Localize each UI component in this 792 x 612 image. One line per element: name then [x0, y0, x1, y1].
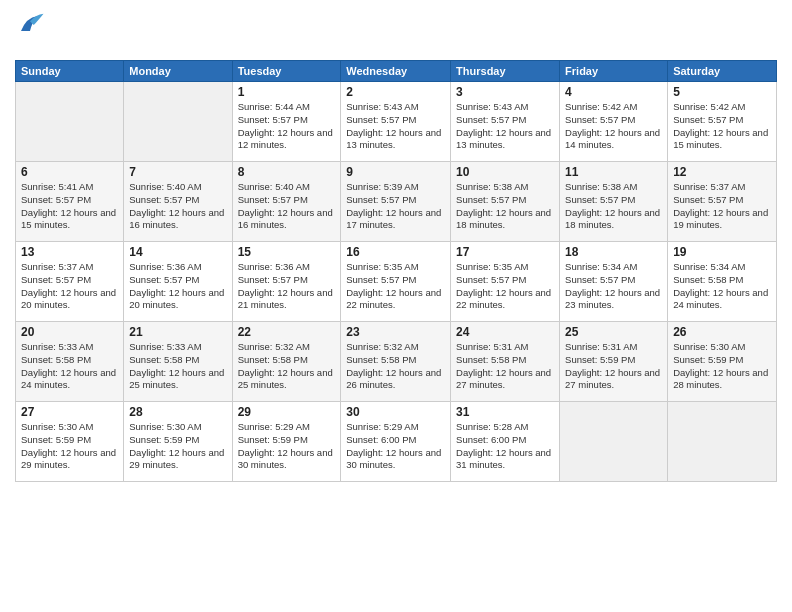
- day-cell: 16Sunrise: 5:35 AMSunset: 5:57 PMDayligh…: [341, 242, 451, 322]
- day-cell: 5Sunrise: 5:42 AMSunset: 5:57 PMDaylight…: [668, 82, 777, 162]
- day-info: Sunrise: 5:35 AMSunset: 5:57 PMDaylight:…: [456, 261, 554, 312]
- day-info: Sunrise: 5:32 AMSunset: 5:58 PMDaylight:…: [346, 341, 445, 392]
- day-cell: 29Sunrise: 5:29 AMSunset: 5:59 PMDayligh…: [232, 402, 341, 482]
- weekday-tuesday: Tuesday: [232, 61, 341, 82]
- day-number: 23: [346, 325, 445, 339]
- day-info: Sunrise: 5:36 AMSunset: 5:57 PMDaylight:…: [238, 261, 336, 312]
- day-number: 30: [346, 405, 445, 419]
- day-cell: 9Sunrise: 5:39 AMSunset: 5:57 PMDaylight…: [341, 162, 451, 242]
- page: SundayMondayTuesdayWednesdayThursdayFrid…: [0, 0, 792, 492]
- week-row-5: 27Sunrise: 5:30 AMSunset: 5:59 PMDayligh…: [16, 402, 777, 482]
- day-info: Sunrise: 5:38 AMSunset: 5:57 PMDaylight:…: [565, 181, 662, 232]
- day-info: Sunrise: 5:43 AMSunset: 5:57 PMDaylight:…: [456, 101, 554, 152]
- day-number: 3: [456, 85, 554, 99]
- day-number: 1: [238, 85, 336, 99]
- day-cell: 22Sunrise: 5:32 AMSunset: 5:58 PMDayligh…: [232, 322, 341, 402]
- day-number: 25: [565, 325, 662, 339]
- day-number: 7: [129, 165, 226, 179]
- weekday-monday: Monday: [124, 61, 232, 82]
- day-info: Sunrise: 5:37 AMSunset: 5:57 PMDaylight:…: [21, 261, 118, 312]
- day-info: Sunrise: 5:34 AMSunset: 5:57 PMDaylight:…: [565, 261, 662, 312]
- day-cell: 12Sunrise: 5:37 AMSunset: 5:57 PMDayligh…: [668, 162, 777, 242]
- day-cell: 11Sunrise: 5:38 AMSunset: 5:57 PMDayligh…: [560, 162, 668, 242]
- day-cell: 27Sunrise: 5:30 AMSunset: 5:59 PMDayligh…: [16, 402, 124, 482]
- day-info: Sunrise: 5:42 AMSunset: 5:57 PMDaylight:…: [673, 101, 771, 152]
- day-cell: 2Sunrise: 5:43 AMSunset: 5:57 PMDaylight…: [341, 82, 451, 162]
- day-number: 5: [673, 85, 771, 99]
- day-cell: 31Sunrise: 5:28 AMSunset: 6:00 PMDayligh…: [451, 402, 560, 482]
- day-cell: 4Sunrise: 5:42 AMSunset: 5:57 PMDaylight…: [560, 82, 668, 162]
- day-info: Sunrise: 5:39 AMSunset: 5:57 PMDaylight:…: [346, 181, 445, 232]
- day-info: Sunrise: 5:42 AMSunset: 5:57 PMDaylight:…: [565, 101, 662, 152]
- day-cell: 10Sunrise: 5:38 AMSunset: 5:57 PMDayligh…: [451, 162, 560, 242]
- day-cell: 14Sunrise: 5:36 AMSunset: 5:57 PMDayligh…: [124, 242, 232, 322]
- day-number: 27: [21, 405, 118, 419]
- day-cell: [668, 402, 777, 482]
- day-cell: 18Sunrise: 5:34 AMSunset: 5:57 PMDayligh…: [560, 242, 668, 322]
- day-info: Sunrise: 5:40 AMSunset: 5:57 PMDaylight:…: [238, 181, 336, 232]
- day-number: 28: [129, 405, 226, 419]
- day-cell: 15Sunrise: 5:36 AMSunset: 5:57 PMDayligh…: [232, 242, 341, 322]
- day-cell: 8Sunrise: 5:40 AMSunset: 5:57 PMDaylight…: [232, 162, 341, 242]
- week-row-3: 13Sunrise: 5:37 AMSunset: 5:57 PMDayligh…: [16, 242, 777, 322]
- day-info: Sunrise: 5:30 AMSunset: 5:59 PMDaylight:…: [21, 421, 118, 472]
- day-info: Sunrise: 5:33 AMSunset: 5:58 PMDaylight:…: [129, 341, 226, 392]
- weekday-saturday: Saturday: [668, 61, 777, 82]
- day-info: Sunrise: 5:30 AMSunset: 5:59 PMDaylight:…: [129, 421, 226, 472]
- day-number: 24: [456, 325, 554, 339]
- day-number: 13: [21, 245, 118, 259]
- day-info: Sunrise: 5:32 AMSunset: 5:58 PMDaylight:…: [238, 341, 336, 392]
- day-info: Sunrise: 5:35 AMSunset: 5:57 PMDaylight:…: [346, 261, 445, 312]
- day-number: 4: [565, 85, 662, 99]
- day-cell: 17Sunrise: 5:35 AMSunset: 5:57 PMDayligh…: [451, 242, 560, 322]
- day-cell: 28Sunrise: 5:30 AMSunset: 5:59 PMDayligh…: [124, 402, 232, 482]
- day-number: 6: [21, 165, 118, 179]
- header: [15, 10, 777, 52]
- day-number: 14: [129, 245, 226, 259]
- day-cell: [560, 402, 668, 482]
- day-cell: 30Sunrise: 5:29 AMSunset: 6:00 PMDayligh…: [341, 402, 451, 482]
- day-info: Sunrise: 5:40 AMSunset: 5:57 PMDaylight:…: [129, 181, 226, 232]
- day-number: 19: [673, 245, 771, 259]
- logo: [15, 10, 45, 52]
- day-number: 10: [456, 165, 554, 179]
- day-number: 31: [456, 405, 554, 419]
- day-cell: 13Sunrise: 5:37 AMSunset: 5:57 PMDayligh…: [16, 242, 124, 322]
- day-number: 26: [673, 325, 771, 339]
- day-number: 22: [238, 325, 336, 339]
- day-info: Sunrise: 5:41 AMSunset: 5:57 PMDaylight:…: [21, 181, 118, 232]
- day-cell: 1Sunrise: 5:44 AMSunset: 5:57 PMDaylight…: [232, 82, 341, 162]
- week-row-2: 6Sunrise: 5:41 AMSunset: 5:57 PMDaylight…: [16, 162, 777, 242]
- week-row-4: 20Sunrise: 5:33 AMSunset: 5:58 PMDayligh…: [16, 322, 777, 402]
- day-info: Sunrise: 5:30 AMSunset: 5:59 PMDaylight:…: [673, 341, 771, 392]
- day-cell: [16, 82, 124, 162]
- day-info: Sunrise: 5:43 AMSunset: 5:57 PMDaylight:…: [346, 101, 445, 152]
- weekday-header-row: SundayMondayTuesdayWednesdayThursdayFrid…: [16, 61, 777, 82]
- day-info: Sunrise: 5:34 AMSunset: 5:58 PMDaylight:…: [673, 261, 771, 312]
- day-cell: 23Sunrise: 5:32 AMSunset: 5:58 PMDayligh…: [341, 322, 451, 402]
- day-number: 9: [346, 165, 445, 179]
- day-info: Sunrise: 5:33 AMSunset: 5:58 PMDaylight:…: [21, 341, 118, 392]
- calendar-table: SundayMondayTuesdayWednesdayThursdayFrid…: [15, 60, 777, 482]
- day-number: 2: [346, 85, 445, 99]
- day-info: Sunrise: 5:31 AMSunset: 5:59 PMDaylight:…: [565, 341, 662, 392]
- weekday-sunday: Sunday: [16, 61, 124, 82]
- day-info: Sunrise: 5:44 AMSunset: 5:57 PMDaylight:…: [238, 101, 336, 152]
- day-number: 17: [456, 245, 554, 259]
- day-info: Sunrise: 5:29 AMSunset: 6:00 PMDaylight:…: [346, 421, 445, 472]
- weekday-thursday: Thursday: [451, 61, 560, 82]
- day-info: Sunrise: 5:31 AMSunset: 5:58 PMDaylight:…: [456, 341, 554, 392]
- day-info: Sunrise: 5:29 AMSunset: 5:59 PMDaylight:…: [238, 421, 336, 472]
- weekday-wednesday: Wednesday: [341, 61, 451, 82]
- logo-icon: [15, 10, 45, 40]
- day-number: 20: [21, 325, 118, 339]
- day-cell: 25Sunrise: 5:31 AMSunset: 5:59 PMDayligh…: [560, 322, 668, 402]
- week-row-1: 1Sunrise: 5:44 AMSunset: 5:57 PMDaylight…: [16, 82, 777, 162]
- day-cell: 3Sunrise: 5:43 AMSunset: 5:57 PMDaylight…: [451, 82, 560, 162]
- day-cell: 19Sunrise: 5:34 AMSunset: 5:58 PMDayligh…: [668, 242, 777, 322]
- day-info: Sunrise: 5:36 AMSunset: 5:57 PMDaylight:…: [129, 261, 226, 312]
- day-cell: 20Sunrise: 5:33 AMSunset: 5:58 PMDayligh…: [16, 322, 124, 402]
- day-cell: [124, 82, 232, 162]
- day-info: Sunrise: 5:38 AMSunset: 5:57 PMDaylight:…: [456, 181, 554, 232]
- day-number: 12: [673, 165, 771, 179]
